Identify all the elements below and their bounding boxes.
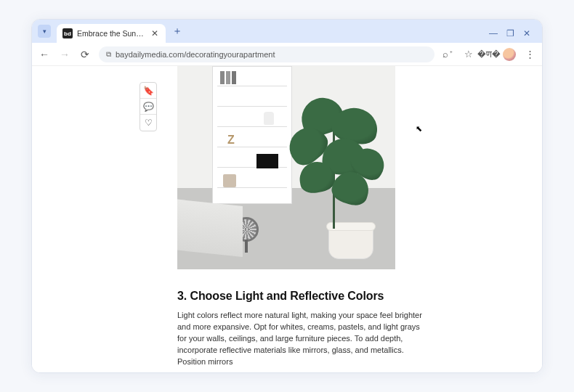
minimize-button[interactable]: — [489, 28, 498, 38]
lens-button[interactable]: ⌕⁺ [442, 48, 455, 61]
chrome-menu-button[interactable]: ⋮ [523, 48, 536, 61]
active-tab[interactable]: bd Embrace the Sunshine: Dec… ✕ [57, 24, 166, 43]
article-action-rail: 🔖 💬 ♡ [140, 82, 157, 131]
site-settings-icon[interactable]: ⧉ [106, 50, 111, 59]
forward-button[interactable]: → [58, 48, 71, 61]
reload-button[interactable]: ⟳ [78, 48, 92, 61]
like-button[interactable]: ♡ [140, 115, 156, 131]
bookmark-icon: 🔖 [143, 86, 154, 96]
section-body-text: Light colors reflect more natural light,… [177, 310, 424, 368]
back-button[interactable]: ← [38, 48, 51, 61]
maximize-button[interactable]: ❐ [506, 28, 514, 38]
address-bar[interactable]: ⧉ baydailymedia.com/decoratingyourapartm… [99, 46, 434, 62]
extensions-button[interactable]: �ण� [482, 48, 496, 61]
browser-window: ▾ bd Embrace the Sunshine: Dec… ✕ ＋ — ❐ … [31, 19, 543, 373]
comment-button[interactable]: 💬 [140, 99, 156, 115]
toolbar: ← → ⟳ ⧉ baydailymedia.com/decoratingyour… [32, 43, 542, 66]
bookmark-star-button[interactable]: ☆ [462, 48, 475, 61]
tab-search-button[interactable]: ▾ [38, 25, 51, 38]
comment-icon: 💬 [143, 102, 154, 112]
close-tab-button[interactable]: ✕ [150, 28, 160, 38]
page-viewport: 🔖 💬 ♡ Z [32, 66, 542, 372]
tab-title: Embrace the Sunshine: Dec… [77, 29, 145, 38]
chevron-down-icon: ▾ [43, 28, 47, 35]
save-article-button[interactable]: 🔖 [140, 83, 156, 99]
mouse-cursor-icon: ⬉ [416, 124, 422, 134]
heart-icon: ♡ [145, 118, 153, 128]
new-tab-button[interactable]: ＋ [170, 24, 185, 38]
tab-strip: ▾ bd Embrace the Sunshine: Dec… ✕ ＋ — ❐ … [32, 20, 542, 43]
profile-avatar[interactable] [503, 48, 516, 61]
article-column: Z 3. Choose Light and Reflective Colors … [177, 66, 439, 372]
close-window-button[interactable]: ✕ [523, 28, 530, 38]
article-hero-image: Z [177, 66, 395, 269]
section-heading: 3. Choose Light and Reflective Colors [177, 290, 439, 303]
url-text: baydailymedia.com/decoratingyourapartmen… [116, 50, 275, 59]
window-controls: — ❐ ✕ [489, 28, 538, 43]
toolbar-right: ⌕⁺ ☆ �ण� ⋮ [442, 48, 536, 61]
tab-favicon: bd [62, 28, 73, 38]
